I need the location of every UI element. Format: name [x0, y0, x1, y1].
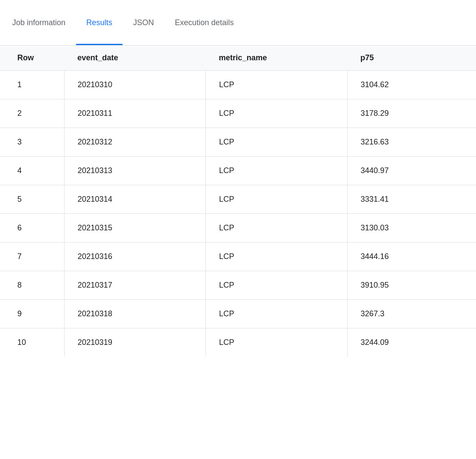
cell-metric_name: LCP: [206, 185, 347, 214]
cell-p75: 3130.03: [347, 214, 476, 243]
table-row: 220210311LCP3178.29: [0, 99, 476, 128]
cell-metric_name: LCP: [206, 328, 347, 357]
cell-row: 5: [0, 185, 64, 214]
cell-row: 4: [0, 157, 64, 185]
cell-metric_name: LCP: [206, 214, 347, 243]
table-row: 820210317LCP3910.95: [0, 271, 476, 300]
cell-event_date: 20210314: [64, 185, 205, 214]
table-header-row: Row event_date metric_name p75: [0, 46, 476, 71]
tab-json[interactable]: JSON: [123, 0, 164, 45]
col-header-event-date: event_date: [64, 46, 205, 71]
table-row: 420210313LCP3440.97: [0, 157, 476, 185]
table-row: 620210315LCP3130.03: [0, 214, 476, 243]
col-header-p75: p75: [347, 46, 476, 71]
cell-row: 6: [0, 214, 64, 243]
col-header-metric-name: metric_name: [206, 46, 347, 71]
col-header-row: Row: [0, 46, 64, 71]
table-row: 120210310LCP3104.62: [0, 71, 476, 99]
cell-metric_name: LCP: [206, 71, 347, 99]
cell-event_date: 20210315: [64, 214, 205, 243]
tab-execution-details[interactable]: Execution details: [164, 0, 244, 45]
table-row: 720210316LCP3444.16: [0, 243, 476, 271]
table-row: 920210318LCP3267.3: [0, 300, 476, 328]
tab-job-information[interactable]: Job information: [9, 0, 76, 45]
cell-event_date: 20210318: [64, 300, 205, 328]
cell-event_date: 20210317: [64, 271, 205, 300]
cell-p75: 3104.62: [347, 71, 476, 99]
cell-row: 8: [0, 271, 64, 300]
cell-p75: 3244.09: [347, 328, 476, 357]
cell-metric_name: LCP: [206, 128, 347, 157]
tabs-container: Job information Results JSON Execution d…: [0, 0, 476, 46]
table-row: 320210312LCP3216.63: [0, 128, 476, 157]
cell-p75: 3331.41: [347, 185, 476, 214]
tab-results[interactable]: Results: [76, 0, 123, 45]
cell-event_date: 20210313: [64, 157, 205, 185]
cell-metric_name: LCP: [206, 271, 347, 300]
cell-event_date: 20210311: [64, 99, 205, 128]
cell-metric_name: LCP: [206, 300, 347, 328]
cell-event_date: 20210319: [64, 328, 205, 357]
cell-row: 2: [0, 99, 64, 128]
cell-row: 7: [0, 243, 64, 271]
cell-p75: 3910.95: [347, 271, 476, 300]
cell-metric_name: LCP: [206, 99, 347, 128]
cell-event_date: 20210310: [64, 71, 205, 99]
cell-p75: 3178.29: [347, 99, 476, 128]
cell-row: 9: [0, 300, 64, 328]
cell-row: 3: [0, 128, 64, 157]
cell-p75: 3440.97: [347, 157, 476, 185]
results-table: Row event_date metric_name p75 120210310…: [0, 46, 476, 357]
cell-row: 10: [0, 328, 64, 357]
table-container: Row event_date metric_name p75 120210310…: [0, 46, 476, 357]
cell-metric_name: LCP: [206, 243, 347, 271]
cell-p75: 3444.16: [347, 243, 476, 271]
table-row: 1020210319LCP3244.09: [0, 328, 476, 357]
cell-event_date: 20210312: [64, 128, 205, 157]
table-row: 520210314LCP3331.41: [0, 185, 476, 214]
cell-p75: 3267.3: [347, 300, 476, 328]
cell-metric_name: LCP: [206, 157, 347, 185]
cell-row: 1: [0, 71, 64, 99]
cell-event_date: 20210316: [64, 243, 205, 271]
cell-p75: 3216.63: [347, 128, 476, 157]
